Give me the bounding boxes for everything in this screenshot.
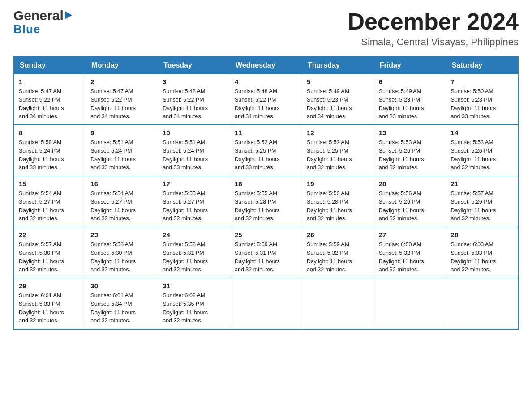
day-info: Sunrise: 5:52 AMSunset: 5:25 PMDaylight:… xyxy=(307,138,369,172)
table-row: 28 Sunrise: 6:00 AMSunset: 5:33 PMDaylig… xyxy=(446,227,518,278)
table-row: 26 Sunrise: 5:59 AMSunset: 5:32 PMDaylig… xyxy=(302,227,374,278)
title-section: December 2024 Simala, Central Visayas, P… xyxy=(348,9,519,48)
table-row: 10 Sunrise: 5:51 AMSunset: 5:24 PMDaylig… xyxy=(158,125,230,176)
calendar-week-row: 15 Sunrise: 5:54 AMSunset: 5:27 PMDaylig… xyxy=(14,176,518,227)
table-row: 6 Sunrise: 5:49 AMSunset: 5:23 PMDayligh… xyxy=(374,74,446,125)
table-row: 1 Sunrise: 5:47 AMSunset: 5:22 PMDayligh… xyxy=(14,74,86,125)
table-row: 27 Sunrise: 6:00 AMSunset: 5:32 PMDaylig… xyxy=(374,227,446,278)
day-info: Sunrise: 5:56 AMSunset: 5:29 PMDaylight:… xyxy=(379,189,442,223)
day-info: Sunrise: 5:50 AMSunset: 5:23 PMDaylight:… xyxy=(451,87,513,121)
col-sunday: Sunday xyxy=(14,56,86,74)
day-info: Sunrise: 5:49 AMSunset: 5:23 PMDaylight:… xyxy=(379,87,442,121)
day-info: Sunrise: 5:53 AMSunset: 5:26 PMDaylight:… xyxy=(451,138,513,172)
day-info: Sunrise: 5:55 AMSunset: 5:28 PMDaylight:… xyxy=(235,189,297,223)
day-number: 20 xyxy=(379,180,442,188)
table-row: 3 Sunrise: 5:48 AMSunset: 5:22 PMDayligh… xyxy=(158,74,230,125)
day-info: Sunrise: 5:58 AMSunset: 5:31 PMDaylight:… xyxy=(163,240,225,274)
table-row: 19 Sunrise: 5:56 AMSunset: 5:28 PMDaylig… xyxy=(302,176,374,227)
day-number: 13 xyxy=(379,129,442,137)
day-number: 18 xyxy=(235,180,297,188)
table-row: 25 Sunrise: 5:59 AMSunset: 5:31 PMDaylig… xyxy=(230,227,302,278)
day-number: 21 xyxy=(451,180,513,188)
day-number: 16 xyxy=(90,180,153,188)
day-number: 24 xyxy=(163,231,225,239)
day-number: 23 xyxy=(90,231,153,239)
day-number: 9 xyxy=(90,129,153,137)
calendar-header-row: Sunday Monday Tuesday Wednesday Thursday… xyxy=(14,56,518,74)
day-number: 26 xyxy=(307,231,369,239)
day-info: Sunrise: 5:54 AMSunset: 5:27 PMDaylight:… xyxy=(19,189,81,223)
day-info: Sunrise: 5:47 AMSunset: 5:22 PMDaylight:… xyxy=(90,87,153,121)
day-info: Sunrise: 6:02 AMSunset: 5:35 PMDaylight:… xyxy=(163,291,225,325)
day-number: 12 xyxy=(307,129,369,137)
day-number: 17 xyxy=(163,180,225,188)
day-number: 28 xyxy=(451,231,513,239)
day-number: 19 xyxy=(307,180,369,188)
calendar-table: Sunday Monday Tuesday Wednesday Thursday… xyxy=(13,56,519,330)
day-info: Sunrise: 5:51 AMSunset: 5:24 PMDaylight:… xyxy=(163,138,225,172)
day-number: 7 xyxy=(451,78,513,86)
location-text: Simala, Central Visayas, Philippines xyxy=(348,36,519,48)
day-number: 30 xyxy=(90,282,153,290)
table-row: 2 Sunrise: 5:47 AMSunset: 5:22 PMDayligh… xyxy=(86,74,158,125)
day-info: Sunrise: 5:48 AMSunset: 5:22 PMDaylight:… xyxy=(235,87,297,121)
col-tuesday: Tuesday xyxy=(158,56,230,74)
table-row xyxy=(302,278,374,329)
day-info: Sunrise: 5:56 AMSunset: 5:28 PMDaylight:… xyxy=(307,189,369,223)
day-info: Sunrise: 6:01 AMSunset: 5:34 PMDaylight:… xyxy=(90,291,153,325)
day-number: 2 xyxy=(90,78,153,86)
logo: General Blue xyxy=(13,9,72,36)
day-number: 8 xyxy=(19,129,81,137)
day-info: Sunrise: 5:58 AMSunset: 5:30 PMDaylight:… xyxy=(90,240,153,274)
day-info: Sunrise: 5:59 AMSunset: 5:31 PMDaylight:… xyxy=(235,240,297,274)
table-row: 23 Sunrise: 5:58 AMSunset: 5:30 PMDaylig… xyxy=(86,227,158,278)
logo-blue-label: Blue xyxy=(13,22,40,36)
table-row: 15 Sunrise: 5:54 AMSunset: 5:27 PMDaylig… xyxy=(14,176,86,227)
table-row: 4 Sunrise: 5:48 AMSunset: 5:22 PMDayligh… xyxy=(230,74,302,125)
month-title: December 2024 xyxy=(348,9,519,34)
table-row: 7 Sunrise: 5:50 AMSunset: 5:23 PMDayligh… xyxy=(446,74,518,125)
day-number: 1 xyxy=(19,78,81,86)
day-number: 6 xyxy=(379,78,442,86)
table-row: 31 Sunrise: 6:02 AMSunset: 5:35 PMDaylig… xyxy=(158,278,230,329)
table-row: 17 Sunrise: 5:55 AMSunset: 5:27 PMDaylig… xyxy=(158,176,230,227)
col-saturday: Saturday xyxy=(446,56,518,74)
col-wednesday: Wednesday xyxy=(230,56,302,74)
table-row: 11 Sunrise: 5:52 AMSunset: 5:25 PMDaylig… xyxy=(230,125,302,176)
col-thursday: Thursday xyxy=(302,56,374,74)
table-row: 18 Sunrise: 5:55 AMSunset: 5:28 PMDaylig… xyxy=(230,176,302,227)
day-number: 29 xyxy=(19,282,81,290)
calendar-week-row: 1 Sunrise: 5:47 AMSunset: 5:22 PMDayligh… xyxy=(14,74,518,125)
day-info: Sunrise: 5:49 AMSunset: 5:23 PMDaylight:… xyxy=(307,87,369,121)
page-header: General Blue December 2024 Simala, Centr… xyxy=(13,9,519,48)
table-row: 13 Sunrise: 5:53 AMSunset: 5:26 PMDaylig… xyxy=(374,125,446,176)
table-row: 5 Sunrise: 5:49 AMSunset: 5:23 PMDayligh… xyxy=(302,74,374,125)
day-number: 14 xyxy=(451,129,513,137)
calendar-week-row: 8 Sunrise: 5:50 AMSunset: 5:24 PMDayligh… xyxy=(14,125,518,176)
col-monday: Monday xyxy=(86,56,158,74)
day-info: Sunrise: 5:57 AMSunset: 5:29 PMDaylight:… xyxy=(451,189,513,223)
day-info: Sunrise: 5:50 AMSunset: 5:24 PMDaylight:… xyxy=(19,138,81,172)
day-info: Sunrise: 5:52 AMSunset: 5:25 PMDaylight:… xyxy=(235,138,297,172)
day-number: 15 xyxy=(19,180,81,188)
table-row: 30 Sunrise: 6:01 AMSunset: 5:34 PMDaylig… xyxy=(86,278,158,329)
table-row: 8 Sunrise: 5:50 AMSunset: 5:24 PMDayligh… xyxy=(14,125,86,176)
day-number: 10 xyxy=(163,129,225,137)
table-row: 20 Sunrise: 5:56 AMSunset: 5:29 PMDaylig… xyxy=(374,176,446,227)
table-row: 24 Sunrise: 5:58 AMSunset: 5:31 PMDaylig… xyxy=(158,227,230,278)
day-info: Sunrise: 5:48 AMSunset: 5:22 PMDaylight:… xyxy=(163,87,225,121)
day-number: 5 xyxy=(307,78,369,86)
day-info: Sunrise: 5:51 AMSunset: 5:24 PMDaylight:… xyxy=(90,138,153,172)
table-row: 21 Sunrise: 5:57 AMSunset: 5:29 PMDaylig… xyxy=(446,176,518,227)
day-info: Sunrise: 5:57 AMSunset: 5:30 PMDaylight:… xyxy=(19,240,81,274)
day-info: Sunrise: 6:00 AMSunset: 5:32 PMDaylight:… xyxy=(379,240,442,274)
table-row xyxy=(446,278,518,329)
day-number: 31 xyxy=(163,282,225,290)
day-info: Sunrise: 6:01 AMSunset: 5:33 PMDaylight:… xyxy=(19,291,81,325)
day-info: Sunrise: 5:55 AMSunset: 5:27 PMDaylight:… xyxy=(163,189,225,223)
table-row xyxy=(230,278,302,329)
logo-general: General xyxy=(13,9,64,22)
table-row: 12 Sunrise: 5:52 AMSunset: 5:25 PMDaylig… xyxy=(302,125,374,176)
day-number: 11 xyxy=(235,129,297,137)
table-row: 14 Sunrise: 5:53 AMSunset: 5:26 PMDaylig… xyxy=(446,125,518,176)
